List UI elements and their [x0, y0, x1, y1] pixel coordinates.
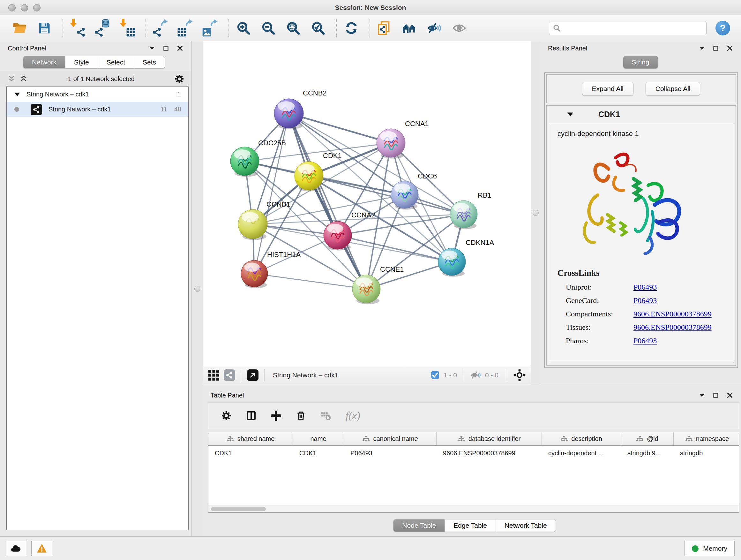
- panel-close-icon[interactable]: [726, 45, 733, 52]
- network-node-HIST1H1A[interactable]: HIST1H1A: [241, 251, 300, 288]
- cloud-button[interactable]: [5, 541, 26, 556]
- splitter-handle[interactable]: [194, 286, 200, 292]
- network-node-CCNA1[interactable]: CCNA1: [377, 120, 429, 159]
- shared-column-icon: [226, 435, 234, 442]
- network-node-RB1[interactable]: RB1: [450, 191, 491, 229]
- function-builder-icon[interactable]: f(x): [346, 410, 360, 422]
- left-splitter[interactable]: [192, 41, 203, 537]
- network-edge[interactable]: [289, 113, 391, 143]
- open-in-window-icon[interactable]: [247, 369, 259, 381]
- network-row-selected[interactable]: String Network – cdk1 11 48: [7, 102, 188, 117]
- collapse-gene-icon[interactable]: [567, 112, 574, 117]
- table-row[interactable]: CDK1CDK1P064939606.ENSP00000378699cyclin…: [208, 446, 739, 460]
- column-header-@id[interactable]: @id: [621, 432, 674, 445]
- scrollbar-thumb[interactable]: [211, 507, 266, 511]
- column-header-description[interactable]: description: [542, 432, 621, 445]
- warnings-button[interactable]: [31, 541, 52, 556]
- grid-view-icon[interactable]: [208, 370, 219, 381]
- network-node-CDKN1A[interactable]: CDKN1A: [438, 239, 494, 276]
- delete-table-icon[interactable]: [321, 411, 331, 421]
- collapse-all-button[interactable]: Collapse All: [646, 82, 700, 96]
- search-input[interactable]: [564, 24, 702, 32]
- tab-edge-table[interactable]: Edge Table: [445, 519, 495, 532]
- zoom-fit-button[interactable]: [285, 19, 302, 37]
- memory-button[interactable]: Memory: [684, 541, 735, 556]
- zoom-window-button[interactable]: [33, 4, 41, 11]
- hidden-eye-slash-icon[interactable]: [471, 371, 481, 380]
- tab-sets[interactable]: Sets: [134, 56, 165, 68]
- export-image-button[interactable]: [202, 19, 219, 37]
- column-header-namespace[interactable]: namespace: [674, 432, 739, 445]
- panel-float-icon[interactable]: [712, 392, 719, 399]
- column-header-shared-name[interactable]: shared name: [208, 432, 293, 445]
- network-canvas[interactable]: CCNB2CCNA1CDC25BCDK1CDC6RB1CCNB1CCNA2CDK…: [203, 41, 531, 366]
- panel-float-icon[interactable]: [162, 45, 170, 52]
- panel-menu-icon[interactable]: [148, 45, 155, 52]
- expand-all-button[interactable]: Expand All: [582, 82, 633, 96]
- crosslink-link[interactable]: P06493: [633, 336, 657, 345]
- network-share-icon[interactable]: [224, 369, 235, 381]
- network-options-gear-icon[interactable]: [175, 74, 184, 84]
- zoom-in-button[interactable]: [235, 19, 252, 37]
- horizontal-scrollbar[interactable]: [208, 505, 739, 512]
- tab-style[interactable]: Style: [65, 56, 98, 68]
- network-node-CDC25B[interactable]: CDC25B: [230, 139, 286, 177]
- network-edge[interactable]: [254, 113, 289, 273]
- pan-crosshair-icon[interactable]: [514, 369, 526, 381]
- tab-string[interactable]: String: [623, 56, 658, 69]
- zoom-selected-button[interactable]: [310, 19, 327, 37]
- crosslink-link[interactable]: 9606.ENSP00000378699: [633, 310, 712, 318]
- column-header-canonical-name[interactable]: canonical name: [344, 432, 436, 445]
- refresh-view-button[interactable]: [343, 19, 360, 37]
- hide-eye-button[interactable]: [426, 19, 443, 37]
- panel-float-icon[interactable]: [712, 45, 719, 52]
- expand-all-networks-icon[interactable]: [19, 75, 28, 83]
- show-eye-button[interactable]: [451, 19, 468, 37]
- tab-select[interactable]: Select: [98, 56, 134, 68]
- network-node-CDC6[interactable]: CDC6: [391, 172, 437, 209]
- network-node-CCNE1[interactable]: CCNE1: [352, 265, 404, 304]
- network-edge[interactable]: [338, 235, 452, 262]
- crosslink-link[interactable]: P06493: [633, 283, 657, 292]
- tab-node-table[interactable]: Node Table: [394, 519, 445, 532]
- column-header-name[interactable]: name: [293, 432, 344, 445]
- network-collection-row[interactable]: String Network – cdk1 1: [7, 87, 188, 102]
- network-node-CDK1[interactable]: CDK1: [294, 152, 342, 192]
- network-edge[interactable]: [254, 273, 366, 289]
- right-splitter[interactable]: [531, 41, 540, 385]
- network-edge[interactable]: [289, 113, 366, 289]
- export-network-button[interactable]: [152, 19, 169, 37]
- zoom-out-button[interactable]: [260, 19, 277, 37]
- crosslink-link[interactable]: 9606.ENSP00000378699: [633, 323, 712, 332]
- panel-close-icon[interactable]: [726, 392, 733, 399]
- save-session-button[interactable]: [36, 19, 53, 37]
- splitter-handle[interactable]: [533, 210, 539, 216]
- network-node-CCNB1[interactable]: CCNB1: [238, 200, 290, 240]
- network-list: String Network – cdk1 1 String Network –…: [6, 86, 189, 530]
- delete-column-icon[interactable]: [296, 411, 306, 421]
- close-window-button[interactable]: [8, 4, 16, 11]
- tab-network[interactable]: Network: [23, 56, 65, 68]
- tab-network-table[interactable]: Network Table: [495, 519, 556, 532]
- import-table-file-button[interactable]: [119, 19, 136, 37]
- selected-checkbox-icon[interactable]: [431, 371, 440, 379]
- show-columns-icon[interactable]: [246, 411, 256, 421]
- share-document-button[interactable]: [376, 19, 393, 37]
- help-button[interactable]: ?: [716, 21, 730, 36]
- import-network-database-button[interactable]: [94, 19, 111, 37]
- minimize-window-button[interactable]: [21, 4, 28, 11]
- open-session-button[interactable]: [11, 19, 28, 37]
- panel-menu-icon[interactable]: [698, 45, 705, 52]
- crosslink-link[interactable]: P06493: [633, 296, 657, 305]
- network-node-CCNB2[interactable]: CCNB2: [274, 89, 327, 129]
- collapse-collection-icon[interactable]: [14, 92, 20, 97]
- add-column-icon[interactable]: [271, 411, 281, 421]
- home-button[interactable]: [401, 19, 418, 37]
- column-header-database-identifier[interactable]: database identifier: [436, 432, 542, 445]
- collapse-all-networks-icon[interactable]: [7, 75, 16, 83]
- import-network-file-button[interactable]: [69, 19, 86, 37]
- panel-close-icon[interactable]: [177, 45, 184, 52]
- table-settings-gear-icon[interactable]: [221, 411, 231, 421]
- panel-menu-icon[interactable]: [698, 392, 705, 399]
- export-table-button[interactable]: [177, 19, 194, 37]
